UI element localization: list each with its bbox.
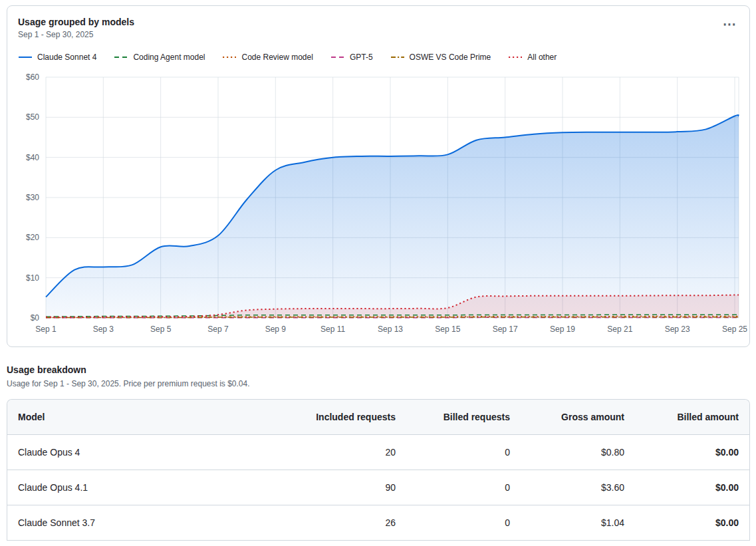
legend-line-swatch xyxy=(114,54,128,61)
column-header: Gross amount xyxy=(521,400,635,435)
table-cell: Claude Opus 4 xyxy=(7,435,292,470)
legend-line-swatch xyxy=(508,54,523,61)
legend-item: Code Review model xyxy=(222,53,313,62)
svg-text:Sep 11: Sep 11 xyxy=(320,325,345,334)
legend-item: OSWE VS Code Prime xyxy=(390,53,491,62)
svg-text:$30: $30 xyxy=(26,193,39,202)
legend-line-swatch xyxy=(330,54,345,61)
usage-page: Usage grouped by models Sep 1 - Sep 30, … xyxy=(0,0,756,541)
legend-item: Claude Sonnet 4 xyxy=(18,53,96,62)
table-row: Claude Opus 4.1900$3.60$0.00 xyxy=(7,470,749,505)
svg-text:$20: $20 xyxy=(26,233,39,242)
chart-date-range: Sep 1 - Sep 30, 2025 xyxy=(18,30,739,39)
column-header: Billed requests xyxy=(406,400,521,435)
svg-text:Sep 1: Sep 1 xyxy=(35,325,57,334)
svg-text:Sep 21: Sep 21 xyxy=(607,325,632,334)
svg-text:Sep 15: Sep 15 xyxy=(435,325,460,334)
chart-title: Usage grouped by models xyxy=(18,17,739,27)
legend-label: GPT-5 xyxy=(350,53,373,62)
table-cell: $0.00 xyxy=(635,470,749,505)
svg-text:$40: $40 xyxy=(26,153,39,162)
legend-item: GPT-5 xyxy=(330,53,373,62)
legend-line-swatch xyxy=(18,54,33,61)
legend-label: OSWE VS Code Prime xyxy=(410,53,491,62)
usage-chart: $0$10$20$30$40$50$60Sep 1Sep 3Sep 5Sep 7… xyxy=(18,72,739,336)
svg-text:Sep 5: Sep 5 xyxy=(150,325,172,334)
usage-table-body: Claude Opus 4200$0.80$0.00Claude Opus 4.… xyxy=(7,435,749,541)
legend-line-swatch xyxy=(390,54,405,61)
breakdown-subtitle: Usage for Sep 1 - Sep 30, 2025. Price pe… xyxy=(7,379,750,388)
svg-text:Sep 25: Sep 25 xyxy=(722,325,747,334)
svg-text:Sep 9: Sep 9 xyxy=(265,325,287,334)
usage-breakdown-table-card: ModelIncluded requestsBilled requestsGro… xyxy=(7,399,750,541)
chart-legend: Claude Sonnet 4Coding Agent modelCode Re… xyxy=(18,53,739,62)
legend-item: All other xyxy=(508,53,557,62)
legend-label: Code Review model xyxy=(241,53,313,62)
column-header: Billed amount xyxy=(635,400,749,435)
table-cell: $1.04 xyxy=(521,505,635,541)
svg-text:Sep 17: Sep 17 xyxy=(493,325,518,334)
legend-label: Coding Agent model xyxy=(133,53,205,62)
usage-chart-svg: $0$10$20$30$40$50$60Sep 1Sep 3Sep 5Sep 7… xyxy=(18,72,739,336)
table-cell: 26 xyxy=(292,505,406,541)
chart-options-button[interactable]: ⋯ xyxy=(720,18,739,30)
table-cell: 90 xyxy=(292,470,406,505)
svg-text:Sep 23: Sep 23 xyxy=(665,325,690,334)
svg-text:Sep 19: Sep 19 xyxy=(550,325,575,334)
legend-item: Coding Agent model xyxy=(114,53,205,62)
column-header: Model xyxy=(7,400,292,435)
svg-text:$0: $0 xyxy=(31,313,40,323)
breakdown-title: Usage breakdown xyxy=(7,364,750,375)
legend-line-swatch xyxy=(222,54,237,61)
table-cell: $0.00 xyxy=(635,505,749,541)
table-cell: 0 xyxy=(406,435,521,470)
usage-breakdown-table: ModelIncluded requestsBilled requestsGro… xyxy=(7,400,749,541)
legend-label: Claude Sonnet 4 xyxy=(37,53,96,62)
svg-text:$60: $60 xyxy=(26,72,39,82)
header-row: ModelIncluded requestsBilled requestsGro… xyxy=(7,400,749,435)
table-cell: $0.00 xyxy=(635,435,749,470)
usage-chart-card: Usage grouped by models Sep 1 - Sep 30, … xyxy=(7,5,750,347)
svg-text:$50: $50 xyxy=(26,112,39,122)
svg-text:$10: $10 xyxy=(26,273,39,283)
kebab-menu-icon: ⋯ xyxy=(723,17,736,31)
legend-label: All other xyxy=(527,53,557,62)
table-cell: Claude Sonnet 3.7 xyxy=(7,505,292,541)
table-cell: 0 xyxy=(406,470,521,505)
table-cell: 0 xyxy=(406,505,521,541)
svg-text:Sep 3: Sep 3 xyxy=(93,325,114,334)
table-cell: $3.60 xyxy=(521,470,635,505)
table-row: Claude Opus 4200$0.80$0.00 xyxy=(7,435,749,470)
svg-text:Sep 7: Sep 7 xyxy=(207,325,229,334)
table-cell: 20 xyxy=(292,435,406,470)
table-row: Claude Sonnet 3.7260$1.04$0.00 xyxy=(7,505,749,541)
usage-table-header: ModelIncluded requestsBilled requestsGro… xyxy=(7,400,749,435)
svg-text:Sep 13: Sep 13 xyxy=(378,325,403,334)
table-cell: Claude Opus 4.1 xyxy=(7,470,292,505)
table-cell: $0.80 xyxy=(521,435,635,470)
column-header: Included requests xyxy=(292,400,406,435)
